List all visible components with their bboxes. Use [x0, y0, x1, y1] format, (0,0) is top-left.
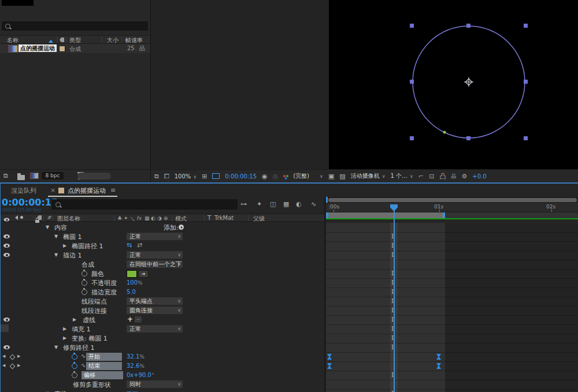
visibility-eye-toggle[interactable]: [3, 345, 10, 349]
property-label[interactable]: 线段端点: [81, 297, 107, 306]
property-label[interactable]: 修剪路径 1: [63, 344, 95, 352]
visibility-toggle-empty[interactable]: [1, 324, 9, 332]
sort-ascending-icon[interactable]: [49, 38, 53, 43]
property-label[interactable]: 描边宽度: [91, 288, 117, 297]
keyframe-icon[interactable]: [436, 363, 441, 369]
work-area-start-handle[interactable]: [326, 212, 328, 218]
property-row[interactable]: ▶填充 1正常∨: [1, 324, 324, 334]
property-row[interactable]: 颜色➔: [1, 269, 324, 278]
new-folder-icon[interactable]: [17, 175, 25, 180]
track-row[interactable]: I: [326, 241, 578, 251]
resolution-select[interactable]: (完整)∨: [293, 172, 323, 180]
channels-icon[interactable]: [283, 175, 286, 177]
track-row[interactable]: I: [326, 389, 578, 392]
show-snapshot-icon[interactable]: ◎: [273, 173, 279, 180]
work-area-bar[interactable]: [326, 212, 445, 218]
track-row[interactable]: I: [326, 288, 578, 297]
footer-slider[interactable]: [77, 173, 111, 180]
property-label-selected[interactable]: 开始: [86, 353, 122, 361]
property-row[interactable]: ◀▶∿结束32.6%: [1, 361, 324, 371]
prev-keyframe-icon[interactable]: ◀: [2, 363, 5, 368]
track-area[interactable]: IIIIIIIIIIIIII: [326, 223, 578, 392]
property-label[interactable]: 填充 1: [72, 325, 91, 334]
track-row[interactable]: I: [326, 343, 578, 353]
property-row[interactable]: ▶椭圆路径 1⇆⇄: [1, 241, 324, 251]
track-row[interactable]: I: [326, 306, 578, 316]
keyframe-icon[interactable]: [327, 363, 332, 369]
property-row[interactable]: ▼内容添加:: [1, 223, 324, 232]
property-label[interactable]: 变换: [54, 390, 67, 392]
twirl-down-icon[interactable]: ▼: [46, 225, 49, 230]
view-layout-select[interactable]: 1 个…∨: [391, 172, 413, 180]
next-keyframe-icon[interactable]: ▶: [17, 363, 20, 368]
always-preview-icon[interactable]: ⧉: [154, 173, 159, 180]
track-row[interactable]: I: [326, 315, 578, 325]
property-label-selected[interactable]: 偏移: [81, 371, 123, 379]
stopwatch-icon[interactable]: [81, 280, 87, 286]
track-row[interactable]: I: [326, 334, 578, 344]
interpret-footage-icon[interactable]: ⧉: [3, 172, 8, 180]
timeline-button-icon[interactable]: 凸: [439, 172, 446, 181]
magnification-select[interactable]: 100%∨: [175, 173, 197, 180]
property-row[interactable]: ▶虚线+−: [1, 315, 324, 324]
visibility-eye-toggle[interactable]: [3, 253, 10, 257]
pixel-aspect-icon[interactable]: ⌐: [418, 173, 424, 180]
bit-depth-button[interactable]: 8 bpc: [42, 172, 64, 180]
track-row[interactable]: I: [326, 269, 578, 279]
value-dropdown[interactable]: 同时∨: [127, 380, 183, 388]
property-label[interactable]: 线段连接: [81, 307, 107, 315]
property-label[interactable]: 不透明度: [91, 279, 117, 288]
view-select[interactable]: 活动摄像机∨: [351, 172, 386, 180]
twirl-right-icon[interactable]: ▶: [63, 243, 66, 248]
playhead-line[interactable]: [394, 204, 395, 392]
visibility-eye-toggle[interactable]: [3, 318, 10, 322]
property-label[interactable]: 修剪多重形状: [73, 380, 111, 389]
add-keyframe-icon[interactable]: [10, 363, 16, 369]
property-label[interactable]: 合成: [81, 260, 94, 269]
remove-dash-button[interactable]: −: [135, 316, 142, 323]
property-row[interactable]: ▼变换重置: [1, 389, 324, 392]
add-dash-button[interactable]: +: [127, 315, 133, 323]
stopwatch-icon[interactable]: [72, 372, 77, 378]
stopwatch-icon[interactable]: [72, 354, 77, 360]
timeline-navigator-bar[interactable]: [328, 198, 577, 202]
value-dropdown[interactable]: 在同组中前一个之下∨: [127, 260, 183, 268]
navigator-start-handle[interactable]: [326, 197, 328, 203]
value-dropdown[interactable]: 正常∨: [127, 325, 183, 333]
graph-include-icon[interactable]: ∿: [81, 362, 86, 368]
property-row[interactable]: 偏移0x+90.0°: [1, 371, 324, 380]
track-row[interactable]: I: [326, 324, 578, 334]
track-row[interactable]: I: [326, 232, 578, 242]
property-row[interactable]: ▼椭圆 1正常∨: [1, 232, 324, 241]
stopwatch-icon[interactable]: [81, 271, 87, 277]
fast-preview-icon[interactable]: ⊡: [429, 173, 434, 180]
property-label[interactable]: 颜色: [91, 270, 104, 278]
twirl-right-icon[interactable]: ▶: [63, 335, 66, 341]
column-type[interactable]: 类型: [69, 36, 81, 44]
grid-guides-icon[interactable]: ⊞: [202, 173, 207, 180]
keyframe-icon[interactable]: [436, 354, 441, 360]
track-row[interactable]: [326, 260, 578, 270]
property-value[interactable]: 0x+90.0°: [127, 372, 154, 378]
target-region-icon[interactable]: ▣: [328, 173, 334, 180]
region-of-interest-icon[interactable]: [212, 173, 220, 179]
property-row[interactable]: 不透明度100%: [1, 278, 324, 288]
project-item-row[interactable]: 点的摇摆运动 合成 25 品: [0, 44, 150, 53]
color-swatch[interactable]: [127, 270, 137, 278]
exposure-gear-icon[interactable]: ⚙: [461, 173, 467, 180]
property-row[interactable]: 线段连接圆角连接∨: [1, 306, 324, 315]
track-row[interactable]: [326, 352, 578, 362]
work-area-end-handle[interactable]: [443, 212, 445, 218]
property-label[interactable]: 虚线: [83, 316, 95, 324]
property-row[interactable]: ▼修剪路径 1: [1, 343, 324, 352]
property-row[interactable]: 修剪多重形状同时∨: [1, 380, 324, 389]
property-row[interactable]: ▶变换: 椭圆 1: [1, 334, 324, 343]
add-label[interactable]: 添加:: [164, 223, 179, 232]
value-dropdown[interactable]: 圆角连接∨: [127, 307, 183, 314]
property-row[interactable]: 合成在同组中前一个之下∨: [1, 260, 324, 269]
track-row[interactable]: [326, 361, 578, 371]
property-label-selected[interactable]: 结束: [86, 362, 122, 370]
twirl-down-icon[interactable]: ▼: [54, 234, 58, 239]
anchor-point-icon[interactable]: [464, 77, 473, 87]
keyframe-icon[interactable]: [327, 354, 332, 360]
